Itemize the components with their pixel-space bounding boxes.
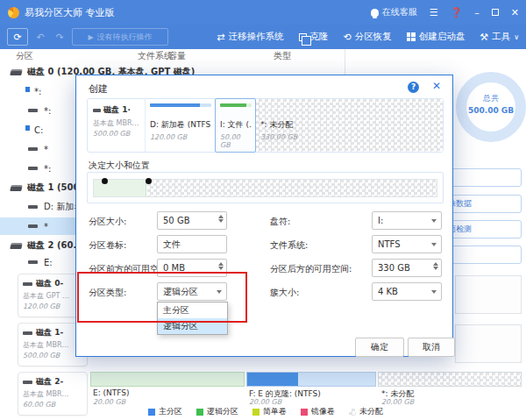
help-button[interactable]: ❓ — [451, 7, 463, 18]
cancel-button[interactable]: 取消 — [408, 338, 455, 357]
disk1-graph-unallocated-sliver — [455, 324, 522, 363]
drive-letter-label: 盘符: — [270, 216, 290, 228]
donut-total-label: 总共 — [456, 93, 526, 104]
filesystem-select[interactable]: NTFS — [372, 235, 442, 253]
strip-disk-info: 磁盘 1· 基本盘 MBR… 500.00 GB — [88, 99, 146, 152]
graph-partition-unallocated[interactable] — [378, 372, 522, 387]
tree-item-label: *: — [44, 164, 51, 174]
strip-partition-d[interactable]: D: 新加卷 (NTFS) 120.00 GB — [146, 99, 215, 152]
disk-icon — [93, 109, 101, 112]
partition-type-value: 逻辑分区 — [163, 286, 198, 298]
migrate-os-button[interactable]: ⇄ 迁移操作系统 — [217, 31, 283, 43]
column-header-partition[interactable]: 分区 — [16, 50, 33, 62]
tree-item-label: * — [44, 145, 48, 154]
volume-label-input[interactable]: 文件 — [157, 235, 227, 253]
legend-label: 主分区 — [159, 406, 182, 417]
dropdown-option-primary[interactable]: 主分区 — [158, 303, 227, 318]
headset-icon — [371, 9, 379, 17]
partition-recovery-label: 分区恢复 — [355, 31, 392, 43]
app-window: 易我分区大师 专业版 在线客服 ☰ ❓ – ✕ ⟳ ↶ ↷ ▶ 没有待执行操作 — [0, 0, 526, 420]
unallocated-region[interactable] — [147, 180, 437, 196]
donut-total-value: 500.00 GB — [456, 106, 526, 115]
disk-card-size: 60.00 GB — [23, 401, 84, 409]
disk-icon — [23, 282, 32, 286]
tools-menu-button[interactable]: ⚒ 工具 ∨ — [480, 31, 519, 43]
chevron-down-icon — [431, 219, 437, 223]
drive-letter-value: I: — [378, 216, 383, 225]
online-service-label: 在线客服 — [382, 6, 417, 18]
partition-size-input[interactable]: 50 GB — [157, 211, 227, 230]
space-before-input[interactable]: 0 MB — [157, 259, 227, 277]
dialog-close-icon[interactable]: ✕ — [432, 80, 441, 92]
minimize-button[interactable]: – — [474, 7, 480, 18]
dropdown-option-logical[interactable]: 逻辑分区 — [158, 318, 227, 334]
slider-handle-right[interactable] — [146, 178, 152, 184]
disk-card-type: 基本盘 MBR… — [23, 389, 84, 399]
disk-card-name: 磁盘 2- — [36, 376, 63, 388]
disk-card-name: 磁盘 0- — [36, 278, 63, 289]
create-bootdisk-button[interactable]: 创建启动盘 — [407, 31, 466, 43]
disk-card-disk2[interactable]: 磁盘 2- 基本盘 MBR… 60.00 GB — [18, 372, 88, 416]
undo-button[interactable]: ↶ — [32, 28, 49, 46]
maximize-button[interactable] — [492, 9, 499, 16]
usage-bar — [220, 103, 252, 107]
partition-type-dropdown: 主分区 逻辑分区 — [157, 302, 228, 335]
minimize-icon: – — [474, 7, 480, 18]
strip-disk-size: 500.00 GB — [93, 130, 145, 138]
graph-partition-e[interactable] — [90, 372, 245, 387]
spinner-icon[interactable] — [218, 262, 224, 270]
graph-partition-label: E: (NTFS) — [93, 388, 130, 397]
dialog-title: 创建 — [89, 82, 108, 96]
disk-card-name: 磁盘 1- — [36, 327, 63, 338]
drive-letter-select[interactable]: I: — [372, 211, 442, 230]
space-after-input[interactable]: 330 GB — [372, 259, 442, 277]
graph-partition-size: 20.00 GB — [249, 398, 281, 406]
close-window-button[interactable]: ✕ — [511, 7, 519, 18]
partition-recovery-icon: ⟲ — [344, 32, 352, 43]
online-service-button[interactable]: 在线客服 — [371, 6, 417, 18]
pending-operations-label: 没有待执行操作 — [97, 32, 153, 43]
redo-button[interactable]: ↷ — [51, 28, 68, 46]
used-space-bar — [247, 373, 298, 386]
strip-partition-label: D: 新加卷 (NTFS) — [150, 119, 211, 131]
cluster-size-select[interactable]: 4 KB — [372, 282, 442, 301]
column-header-capacity[interactable]: 容量 — [168, 50, 186, 62]
partition-size-label: 分区大小: — [89, 216, 126, 228]
strip-disk-name: 磁盘 1· — [103, 104, 131, 116]
strip-partition-unallocated[interactable]: *: 未分配 330.00 GB — [256, 99, 443, 152]
partition-icon — [28, 109, 38, 112]
clone-icon — [299, 33, 307, 41]
size-slider — [87, 172, 444, 203]
wrench-icon: ⚒ — [480, 32, 488, 43]
disk-strip: 磁盘 1· 基本盘 MBR… 500.00 GB D: 新加卷 (NTFS) 1… — [87, 98, 444, 153]
ok-button[interactable]: 确定 — [355, 338, 404, 357]
partition-type-select[interactable]: 逻辑分区 — [157, 282, 227, 301]
tree-item-label: E: — [44, 258, 53, 267]
clone-button[interactable]: 克隆 — [299, 31, 329, 43]
column-header-filesystem[interactable]: 文件系统 — [138, 50, 173, 62]
bootdisk-icon — [407, 32, 416, 41]
partition-recovery-button[interactable]: ⟲ 分区恢复 — [344, 31, 392, 43]
strip-partition-i-selected[interactable]: I: 文件 (… 50.00 GB — [215, 98, 256, 153]
spinner-icon[interactable] — [218, 215, 224, 223]
undo-icon: ↶ — [36, 32, 44, 43]
disk0-graph-sliver — [455, 275, 522, 314]
partition-icon — [28, 224, 38, 228]
graph-partition-f[interactable] — [246, 372, 376, 387]
refresh-button[interactable]: ⟳ — [7, 28, 28, 46]
create-partition-dialog: 创建 ? ✕ 磁盘 1· 基本盘 MBR… 500.00 GB D: 新加卷 (… — [75, 75, 453, 357]
strip-partition-label: I: 文件 (… — [220, 119, 252, 131]
spinner-icon[interactable] — [433, 262, 438, 270]
filesystem-label: 文件系统: — [270, 239, 308, 252]
slider-handle-left[interactable] — [102, 178, 108, 184]
volume-label-label: 分区卷标: — [89, 239, 126, 252]
help-icon: ❓ — [451, 7, 463, 18]
menu-button[interactable]: ☰ — [430, 7, 438, 18]
column-header-type[interactable]: 类型 — [274, 50, 291, 62]
volume-label-value: 文件 — [163, 238, 181, 251]
titlebar: 易我分区大师 专业版 在线客服 ☰ ❓ – ✕ — [0, 0, 526, 25]
legend-label: 未分配 — [359, 406, 383, 417]
dialog-help-icon[interactable]: ? — [408, 82, 419, 93]
usage-bar — [150, 103, 211, 107]
pending-operations-button[interactable]: ▶ 没有待执行操作 — [72, 28, 168, 46]
